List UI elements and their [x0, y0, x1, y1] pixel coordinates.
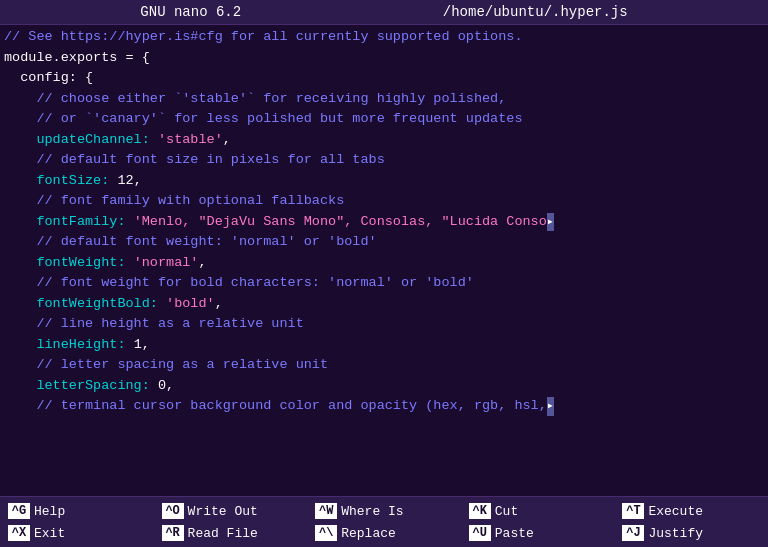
line-5: // or `'canary'` for less polished but m… [4, 109, 764, 130]
editor[interactable]: // See https://hyper.is#cfg for all curr… [0, 25, 768, 496]
line-12: fontWeight: 'normal', [4, 253, 764, 274]
title-bar: GNU nano 6.2 /home/ubuntu/.hyper.js [0, 0, 768, 25]
shortcut-help[interactable]: ^G Help [0, 500, 154, 522]
line-7: // default font size in pixels for all t… [4, 150, 764, 171]
shortcut-readfile[interactable]: ^R Read File [154, 522, 308, 544]
shortcut-label-readfile: Read File [188, 526, 258, 541]
line-8: fontSize: 12, [4, 171, 764, 192]
line-6: updateChannel: 'stable', [4, 130, 764, 151]
shortcut-label-help: Help [34, 504, 65, 519]
line-2: module.exports = { [4, 48, 764, 69]
line-9: // font family with optional fallbacks [4, 191, 764, 212]
shortcut-key-cut: ^K [469, 503, 491, 519]
app: GNU nano 6.2 /home/ubuntu/.hyper.js // S… [0, 0, 768, 547]
bottom-bar: ^G Help ^O Write Out ^W Where Is ^K Cut … [0, 496, 768, 547]
line-14: fontWeightBold: 'bold', [4, 294, 764, 315]
shortcut-label-replace: Replace [341, 526, 396, 541]
shortcut-key-justify: ^J [622, 525, 644, 541]
shortcut-key-help: ^G [8, 503, 30, 519]
line-10: fontFamily: 'Menlo, "DejaVu Sans Mono", … [4, 212, 764, 233]
shortcut-label-cut: Cut [495, 504, 518, 519]
shortcut-label-exit: Exit [34, 526, 65, 541]
line-19: // terminal cursor background color and … [4, 396, 764, 417]
shortcut-whereis[interactable]: ^W Where Is [307, 500, 461, 522]
shortcut-key-replace: ^\ [315, 525, 337, 541]
shortcut-key-readfile: ^R [162, 525, 184, 541]
shortcut-paste[interactable]: ^U Paste [461, 522, 615, 544]
line-16: lineHeight: 1, [4, 335, 764, 356]
shortcut-key-exit: ^X [8, 525, 30, 541]
shortcut-label-execute: Execute [648, 504, 703, 519]
shortcut-cut[interactable]: ^K Cut [461, 500, 615, 522]
line-13: // font weight for bold characters: 'nor… [4, 273, 764, 294]
shortcut-label-writeout: Write Out [188, 504, 258, 519]
shortcut-justify[interactable]: ^J Justify [614, 522, 768, 544]
line-18: letterSpacing: 0, [4, 376, 764, 397]
shortcut-key-execute: ^T [622, 503, 644, 519]
shortcut-execute[interactable]: ^T Execute [614, 500, 768, 522]
line-17: // letter spacing as a relative unit [4, 355, 764, 376]
line-11: // default font weight: 'normal' or 'bol… [4, 232, 764, 253]
shortcut-label-justify: Justify [648, 526, 703, 541]
line-3: config: { [4, 68, 764, 89]
shortcut-label-paste: Paste [495, 526, 534, 541]
file-path: /home/ubuntu/.hyper.js [443, 4, 628, 20]
shortcut-replace[interactable]: ^\ Replace [307, 522, 461, 544]
shortcut-key-whereis: ^W [315, 503, 337, 519]
line-4: // choose either `'stable'` for receivin… [4, 89, 764, 110]
shortcut-label-whereis: Where Is [341, 504, 403, 519]
shortcut-key-writeout: ^O [162, 503, 184, 519]
line-15: // line height as a relative unit [4, 314, 764, 335]
app-name: GNU nano 6.2 [140, 4, 241, 20]
line-1: // See https://hyper.is#cfg for all curr… [4, 27, 764, 48]
shortcut-key-paste: ^U [469, 525, 491, 541]
shortcut-exit[interactable]: ^X Exit [0, 522, 154, 544]
shortcut-writeout[interactable]: ^O Write Out [154, 500, 308, 522]
